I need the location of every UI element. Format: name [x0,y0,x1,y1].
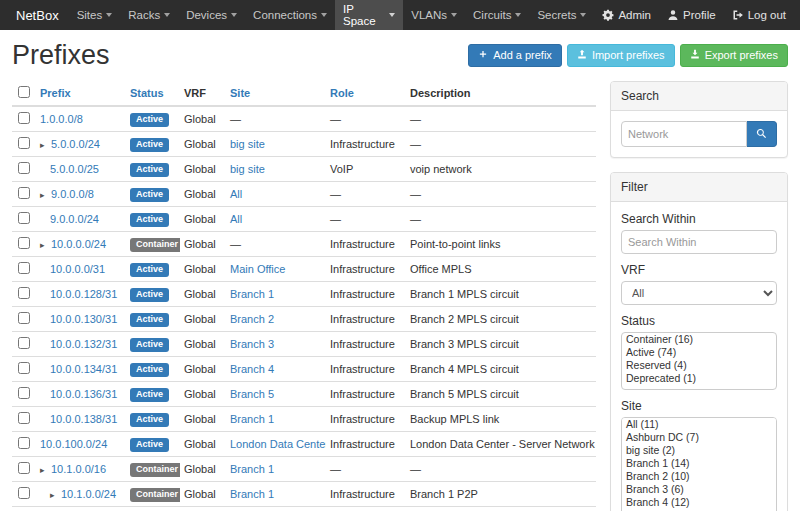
prefix-link[interactable]: 9.0.0.0/24 [50,213,99,225]
prefix-link[interactable]: 5.0.0.0/24 [51,138,100,150]
site-link[interactable]: big site [230,163,265,175]
site-link[interactable]: big site [230,138,265,150]
brand-link[interactable]: NetBox [6,0,69,30]
table-row: 5.0.0.0/25ActiveGlobalbig siteVoIPvoip n… [12,157,596,182]
status-badge: Container [130,238,180,252]
nav-item-secrets[interactable]: Secrets [529,0,594,30]
nav-item-sites[interactable]: Sites [69,0,121,30]
status-badge: Active [130,138,169,152]
column-header-vrf: VRF [180,81,226,106]
prefix-link[interactable]: 9.0.0.0/8 [51,188,94,200]
row-checkbox[interactable] [18,262,30,274]
row-checkbox[interactable] [18,362,30,374]
row-checkbox[interactable] [18,137,30,149]
admin-link[interactable]: Admin [594,0,659,30]
site-option[interactable]: Ashburn DC (7) [622,431,776,444]
site-link[interactable]: Branch 2 [230,313,274,325]
row-checkbox[interactable] [18,462,30,474]
status-option[interactable]: Reserved (4) [622,359,776,372]
row-checkbox[interactable] [18,162,30,174]
site-link[interactable]: Branch 1 [230,413,274,425]
site-option[interactable]: Branch 2 (10) [622,470,776,483]
site-link[interactable]: All [230,188,242,200]
row-checkbox[interactable] [18,237,30,249]
row-checkbox[interactable] [18,387,30,399]
export-prefixes-button[interactable]: Export prefixes [680,44,788,67]
filter-panel: Filter Search Within VRF All Status Cont… [610,172,788,511]
prefix-link[interactable]: 10.0.0.132/31 [50,338,117,350]
nav-item-devices[interactable]: Devices [178,0,245,30]
prefix-link[interactable]: 5.0.0.0/25 [50,163,99,175]
profile-link[interactable]: Profile [659,0,724,30]
site-link[interactable]: Branch 1 [230,463,274,475]
prefix-link[interactable]: 10.1.0.0/16 [51,463,106,475]
status-badge: Active [130,163,169,177]
prefix-link[interactable]: 10.0.0.138/31 [50,413,117,425]
table-row: 10.0.0.128/31ActiveGlobalBranch 1Infrast… [12,282,596,307]
row-checkbox[interactable] [18,437,30,449]
prefix-link[interactable]: 10.0.100.0/24 [40,438,107,450]
prefix-link[interactable]: 10.0.0.130/31 [50,313,117,325]
site-option[interactable]: All (11) [622,418,776,431]
site-link[interactable]: Branch 1 [230,488,274,500]
status-option[interactable]: Active (74) [622,346,776,359]
select-all-checkbox[interactable] [18,86,30,98]
prefix-link[interactable]: 1.0.0.0/8 [40,113,83,125]
site-link[interactable]: Main Office [230,263,285,275]
site-option[interactable]: Branch 3 (6) [622,483,776,496]
column-header-site[interactable]: Site [226,81,326,106]
table-row: ▸9.0.0.0/8ActiveGlobalAll—— [12,182,596,207]
expand-arrow-icon[interactable]: ▸ [40,238,51,252]
row-checkbox[interactable] [18,312,30,324]
column-header-status[interactable]: Status [126,81,180,106]
prefix-link[interactable]: 10.0.0.134/31 [50,363,117,375]
nav-item-circuits[interactable]: Circuits [465,0,529,30]
row-checkbox[interactable] [18,412,30,424]
site-option[interactable]: Branch 1 (14) [622,457,776,470]
prefix-link[interactable]: 10.0.0.0/24 [51,238,106,250]
status-listbox[interactable]: Container (16)Active (74)Reserved (4)Dep… [621,332,777,390]
search-input[interactable] [621,121,747,147]
prefix-link[interactable]: 10.0.0.136/31 [50,388,117,400]
status-badge: Active [130,188,169,202]
site-option[interactable]: Branch 4 (12) [622,496,776,509]
vrf-select[interactable]: All [621,281,777,305]
row-checkbox[interactable] [18,337,30,349]
site-link[interactable]: London Data Center [230,438,326,450]
site-link[interactable]: Branch 1 [230,288,274,300]
expand-arrow-icon[interactable]: ▸ [40,188,51,202]
expand-arrow-icon[interactable]: ▸ [40,463,51,477]
nav-item-racks[interactable]: Racks [120,0,178,30]
column-header-role[interactable]: Role [326,81,406,106]
nav-item-label: VLANs [411,9,447,21]
nav-item-connections[interactable]: Connections [245,0,335,30]
search-button[interactable] [747,121,777,147]
site-link[interactable]: Branch 5 [230,388,274,400]
site-link[interactable]: Branch 4 [230,363,274,375]
search-icon [756,127,767,142]
import-prefixes-button[interactable]: Import prefixes [567,44,675,67]
site-listbox[interactable]: All (11)Ashburn DC (7)big site (2)Branch… [621,417,777,511]
site-option[interactable]: big site (2) [622,444,776,457]
nav-item-vlans[interactable]: VLANs [403,0,465,30]
column-header-prefix[interactable]: Prefix [36,81,126,106]
site-link[interactable]: Branch 3 [230,338,274,350]
row-checkbox[interactable] [18,212,30,224]
expand-arrow-icon[interactable]: ▸ [40,138,51,152]
status-option[interactable]: Deprecated (1) [622,372,776,385]
prefix-link[interactable]: 10.1.0.0/24 [61,488,116,500]
expand-arrow-icon[interactable]: ▸ [50,488,61,502]
prefix-table-container: PrefixStatusVRFSiteRoleDescription 1.0.0… [12,81,596,511]
prefix-link[interactable]: 10.0.0.128/31 [50,288,117,300]
site-link[interactable]: All [230,213,242,225]
prefix-link[interactable]: 10.0.0.0/31 [50,263,105,275]
row-checkbox[interactable] [18,187,30,199]
status-option[interactable]: Container (16) [622,333,776,346]
row-checkbox[interactable] [18,287,30,299]
search-within-input[interactable] [621,230,777,254]
row-checkbox[interactable] [18,112,30,124]
row-checkbox[interactable] [18,487,30,499]
add-a-prefix-button[interactable]: Add a prefix [468,44,562,67]
nav-item-ip-space[interactable]: IP Space [335,0,403,30]
log-out-link[interactable]: Log out [724,0,794,30]
